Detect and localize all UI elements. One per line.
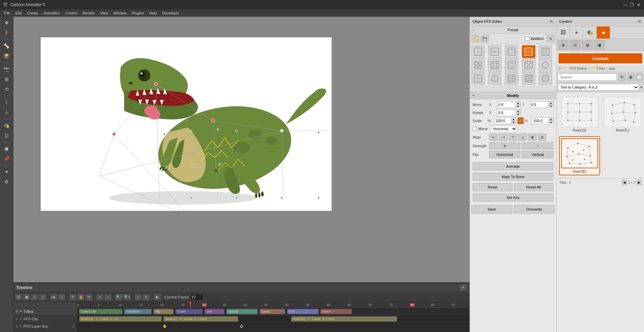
seg-spring[interactable]: Spring (260, 309, 285, 314)
tool-crop[interactable]: ⊡ (2, 131, 12, 140)
preset-item-roar3e[interactable]: Roar(3E) (559, 136, 600, 175)
tl-tool-3[interactable]: ⤹ (31, 294, 38, 300)
preset-edit-btn[interactable]: ✎ (547, 35, 555, 42)
tl-tool-del-key[interactable]: − (104, 294, 112, 300)
move-y-up[interactable]: ▲ (548, 102, 553, 105)
menu-control[interactable]: Control (63, 10, 80, 16)
mirror-checkbox-label[interactable]: Mirror (473, 127, 488, 131)
scale-w-up[interactable]: ▲ (511, 118, 516, 121)
flip-horizontal-btn[interactable]: Horizontal (489, 151, 521, 158)
tool-prop[interactable]: 📦 (2, 51, 12, 61)
search-input[interactable] (558, 73, 617, 81)
strength-minus-btn[interactable]: - (522, 142, 553, 150)
tool-grid[interactable]: ⊞ (2, 74, 12, 84)
seg-opacity[interactable]: Opacity (226, 309, 258, 314)
tool-camera[interactable]: 📷 (2, 64, 12, 74)
rotate-x-input[interactable]: ▲▼ (496, 109, 521, 116)
set-key-btn[interactable]: Set Key (473, 193, 553, 202)
scale-h-up[interactable]: ▲ (548, 118, 553, 121)
content-tab-scene[interactable]: 🖼 (556, 26, 570, 39)
ffd-editor-close[interactable]: ✕ (549, 19, 553, 24)
tl-zoom-in[interactable]: 🔍+ (123, 294, 131, 300)
mirror-dropdown[interactable]: Horizontal Vertical (490, 125, 517, 132)
modify-collapse-btn[interactable]: − (472, 93, 475, 98)
custom-btn[interactable]: Custom (558, 53, 642, 63)
grid-icon-12[interactable] (488, 72, 501, 85)
breadcrumb-n[interactable]: n (558, 67, 560, 70)
search-refresh-btn[interactable]: ↻ (618, 73, 626, 81)
content-tab-ffd[interactable]: ★ (597, 26, 610, 39)
scale-h-down[interactable]: ▼ (548, 121, 553, 124)
breadcrumb-ffd-motion[interactable]: FFD Motion (570, 67, 587, 70)
menu-developer[interactable]: Developer (160, 10, 182, 16)
tl-tool-2[interactable]: ▣ (23, 294, 30, 300)
save-btn[interactable]: Save (471, 205, 513, 214)
menu-create[interactable]: Create (24, 10, 41, 16)
reset-all-btn[interactable]: Reset All (514, 183, 554, 191)
tl-snap[interactable]: ⊥ (135, 294, 142, 300)
grid-icon-9[interactable] (522, 59, 535, 71)
scale-w-down[interactable]: ▼ (511, 121, 516, 124)
tl-tool-add-key[interactable]: + (96, 294, 104, 300)
search-filter-btn[interactable]: ⊞ (627, 73, 634, 81)
seg-collect-clip[interactable]: Collect Clip (79, 309, 122, 314)
grid-icon-15[interactable] (539, 72, 552, 85)
move-x-value[interactable] (498, 103, 517, 107)
move-y-value[interactable] (531, 103, 549, 107)
tool-pin[interactable]: 📌 (2, 154, 12, 163)
preset-collapse-btn[interactable]: − (472, 27, 475, 33)
key-marker-1[interactable] (163, 324, 167, 328)
tool-pick[interactable]: ⊹ (2, 108, 12, 117)
rotate-x-down[interactable]: ▼ (516, 113, 520, 116)
tl-tool-8[interactable]: 🔒 (77, 294, 85, 300)
addition-checkbox-input[interactable] (525, 37, 529, 41)
seg-visible[interactable]: Visible (175, 309, 203, 314)
seg-roar-3e[interactable]: Roar(3E) - ✎: Linear, ⊙: Linear (291, 316, 397, 322)
move-y-down[interactable]: ▼ (548, 105, 553, 108)
menu-animation[interactable]: Animation (41, 10, 63, 16)
tool-deform[interactable]: ⌇ (2, 98, 12, 107)
flip-vertical-btn[interactable]: Vertical (522, 151, 553, 158)
seg-motion[interactable]: Motion (320, 309, 352, 314)
average-btn[interactable]: Average (473, 162, 553, 170)
tl-tool-5[interactable]: ⏮ (50, 294, 57, 300)
grid-icon-4-active[interactable] (522, 45, 535, 58)
content-tab-motion[interactable]: ✦ (570, 26, 583, 39)
tl-tool-9[interactable]: ⟳ (85, 294, 93, 300)
scale-link-btn[interactable]: 🔗 (518, 117, 524, 124)
page-prev-btn[interactable]: ◀ (622, 180, 627, 185)
move-y-input[interactable]: ▲▼ (529, 101, 553, 108)
strength-plus-btn[interactable]: + (489, 142, 521, 150)
tl-zoom-out[interactable]: 🔍− (115, 294, 123, 300)
menu-window[interactable]: Window (111, 10, 129, 16)
timeline-close-btn[interactable]: ✕ (460, 284, 467, 291)
content-close-btn[interactable]: ✕ (638, 19, 642, 24)
seg-transform[interactable]: Transform (124, 309, 152, 314)
preset-item-roar2l[interactable]: Roar(2L) (602, 95, 643, 134)
menu-view[interactable]: View (97, 10, 111, 16)
tl-tool-1[interactable]: ☰ (15, 294, 22, 300)
canvas-viewport[interactable] (13, 17, 470, 326)
sub-icon-1[interactable]: ⊞ (558, 40, 569, 50)
seg-link[interactable]: Link (205, 309, 224, 314)
move-x-input[interactable]: ▲▼ (496, 101, 521, 108)
tool-transform[interactable]: ⟲ (2, 85, 12, 94)
rotate-x-value[interactable] (498, 111, 517, 115)
menu-file[interactable]: File (1, 10, 13, 16)
seg-ffd[interactable]: FFD (287, 309, 319, 314)
align-to-bone-btn[interactable]: Align To Bone (473, 173, 553, 181)
playhead[interactable] (190, 302, 191, 308)
align-btn-5[interactable]: ⊞ (528, 133, 537, 141)
grid-icon-6[interactable] (471, 59, 485, 71)
align-btn-6[interactable]: ⊡ (538, 133, 546, 141)
close-btn[interactable]: ✕ (636, 2, 641, 7)
preset-open-btn[interactable]: 📂 (471, 35, 479, 42)
seg-roar-2l[interactable]: Roar(2L) - ✎: Linear, ⊙: Linear (163, 316, 238, 322)
scale-h-input[interactable]: ▲▼ (532, 117, 553, 124)
tl-record[interactable]: ⊙ (143, 294, 150, 300)
sub-icon-2[interactable]: ⊡ (570, 40, 581, 50)
key-marker-2[interactable] (239, 324, 243, 328)
seg-roar-1s[interactable]: Roar(1S) - ✎: Linear, ⊙: Lin... (79, 316, 162, 322)
mirror-checkbox-input[interactable] (473, 127, 477, 131)
align-btn-4[interactable]: ⊥ (518, 133, 527, 141)
